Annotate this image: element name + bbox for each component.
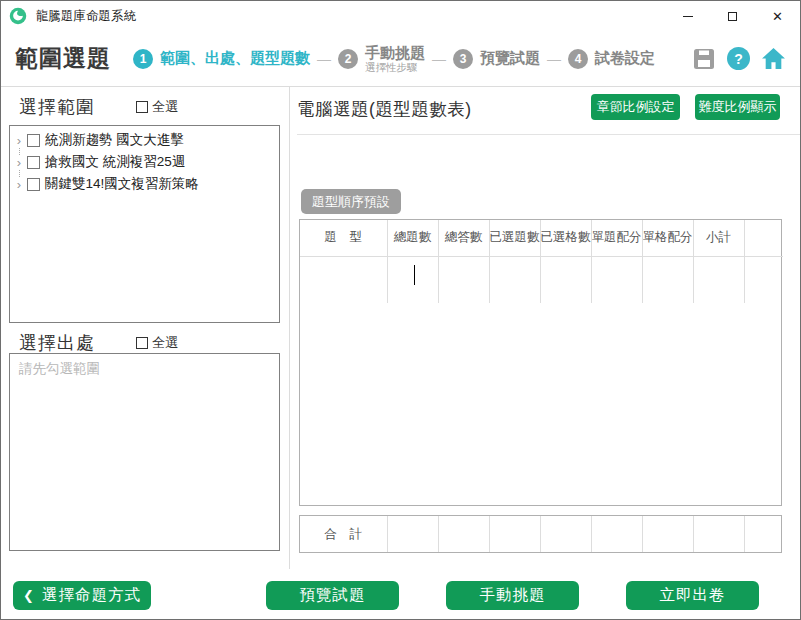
source-select-all[interactable]: 全選 [136,334,178,352]
tree-item-2-checkbox[interactable] [27,156,40,169]
col-selected-questions: 已選題數 [489,220,540,256]
source-list-box: 請先勾選範圍 [9,353,280,551]
cell-total-answers[interactable] [438,256,489,303]
range-header: 選擇範圍 全選 [19,95,178,119]
col-subtotal: 小計 [693,220,744,256]
chevron-right-icon[interactable]: › [12,177,26,192]
difficulty-ratio-button[interactable]: 難度比例顯示 [695,94,780,120]
tree-item-book-2[interactable]: › 搶救國文 統測複習25週 [12,151,277,173]
cell-selected-cells[interactable] [540,256,591,303]
cell-subtotal[interactable] [693,256,744,303]
cell-total-questions[interactable] [387,256,438,303]
col-total-answers: 總答數 [438,220,489,256]
table-row [300,256,783,303]
maximize-button[interactable] [710,1,755,31]
col-question-type: 題 型 [300,220,387,256]
total-answers-value [438,516,489,552]
cell-points-per-cell[interactable] [642,256,693,303]
total-questions-value [387,516,438,552]
tree-item-book-3[interactable]: › 關鍵雙14!國文複習新策略 [12,173,277,195]
range-select-all[interactable]: 全選 [136,98,178,116]
cell-actions[interactable] [744,256,783,303]
total-label: 合 計 [300,516,387,552]
tree-item-3-label: 關鍵雙14!國文複習新策略 [45,175,199,193]
type-order-default-button[interactable]: 題型順序預設 [301,189,401,214]
source-title: 選擇出處 [19,331,136,355]
range-title: 選擇範圍 [19,95,136,119]
wizard-header: 範圍選題 1 範圍、出處、題型題數 — 2 手動挑題 選擇性步驟 — 3 預覽試… [1,31,800,86]
step-4-paper-settings[interactable]: 4 試卷設定 [568,49,655,69]
step-4-label: 試卷設定 [595,49,655,68]
main-panel-title: 電腦選題(題型題數表) [297,97,472,121]
question-type-table: 題 型 總題數 總答數 已選題數 已選格數 單題配分 單格配分 小計 [299,219,782,506]
step-2-badge: 2 [338,49,358,69]
total-points-cell-value [642,516,693,552]
step-separator: — [317,51,331,67]
app-logo-icon [9,7,27,25]
step-separator: — [432,51,446,67]
range-tree-box: › 統測新趨勢 國文大進擊 › 搶救國文 統測複習25週 › 關鍵雙14!國文複… [9,125,280,323]
page-title: 範圍選題 [15,43,111,74]
step-1-badge: 1 [133,49,153,69]
range-select-all-label: 全選 [152,98,178,116]
cell-selected-questions[interactable] [489,256,540,303]
col-actions [744,220,783,256]
range-tree: › 統測新趨勢 國文大進擊 › 搶救國文 統測複習25週 › 關鍵雙14!國文複… [10,126,279,198]
step-separator: — [547,51,561,67]
back-to-method-button[interactable]: ❮ 選擇命題方式 [13,581,151,610]
table-header-row: 題 型 總題數 總答數 已選題數 已選格數 單題配分 單格配分 小計 [300,220,783,256]
source-placeholder: 請先勾選範圍 [10,354,279,384]
source-header: 選擇出處 全選 [19,331,178,355]
col-total-questions: 總題數 [387,220,438,256]
step-2-manual-pick[interactable]: 2 手動挑題 選擇性步驟 [338,44,425,73]
source-select-all-checkbox[interactable] [136,337,148,349]
total-points-question-value [591,516,642,552]
chevron-right-icon[interactable]: › [12,155,26,170]
range-select-all-checkbox[interactable] [136,101,148,113]
generate-paper-button[interactable]: 立即出卷 [626,581,759,610]
chevron-left-icon: ❮ [23,588,35,603]
window-title: 龍騰題庫命題系統 [36,8,136,25]
table-total-row: 合 計 [299,515,782,553]
back-button-label: 選擇命題方式 [42,585,141,606]
col-points-per-question: 單題配分 [591,220,642,256]
step-2-sublabel: 選擇性步驟 [365,61,425,73]
total-selected-questions-value [489,516,540,552]
tree-item-1-checkbox[interactable] [27,134,40,147]
app-window: 龍騰題庫命題系統 ✕ 範圍選題 1 範圍、出處、題型題數 — 2 手動挑題 選擇… [0,0,801,620]
chapter-ratio-button[interactable]: 章節比例設定 [591,94,680,120]
step-3-label: 預覽試題 [480,49,540,68]
close-button[interactable]: ✕ [755,1,800,31]
save-icon[interactable] [692,47,716,71]
chevron-right-icon[interactable]: › [12,133,26,148]
text-cursor [414,265,416,285]
col-selected-cells: 已選格數 [540,220,591,256]
col-points-per-cell: 單格配分 [642,220,693,256]
help-icon[interactable]: ? [727,47,750,70]
preview-questions-button[interactable]: 預覽試題 [266,581,399,610]
titlebar: 龍騰題庫命題系統 ✕ [1,1,800,31]
step-3-preview[interactable]: 3 預覽試題 [453,49,540,69]
tree-item-3-checkbox[interactable] [27,178,40,191]
total-subtotal-value [693,516,744,552]
total-selected-cells-value [540,516,591,552]
source-select-all-label: 全選 [152,334,178,352]
step-1-range[interactable]: 1 範圍、出處、題型題數 [133,49,310,69]
step-4-badge: 4 [568,49,588,69]
manual-pick-button[interactable]: 手動挑題 [446,581,579,610]
wizard-steps: 1 範圍、出處、題型題數 — 2 手動挑題 選擇性步驟 — 3 預覽試題 — 4… [133,44,655,73]
step-3-badge: 3 [453,49,473,69]
cell-question-type[interactable] [300,256,387,303]
total-actions [744,516,783,552]
cell-points-per-question[interactable] [591,256,642,303]
minimize-button[interactable] [665,1,710,31]
tree-item-1-label: 統測新趨勢 國文大進擊 [45,131,184,149]
header-divider [1,86,800,87]
step-1-label: 範圍、出處、題型題數 [160,49,310,68]
home-icon[interactable] [761,47,786,70]
tree-item-2-label: 搶救國文 統測複習25週 [45,153,185,171]
main-title-divider [297,134,800,135]
step-2-label: 手動挑題 [365,44,425,61]
panel-divider [289,87,290,569]
tree-item-book-1[interactable]: › 統測新趨勢 國文大進擊 [12,129,277,151]
